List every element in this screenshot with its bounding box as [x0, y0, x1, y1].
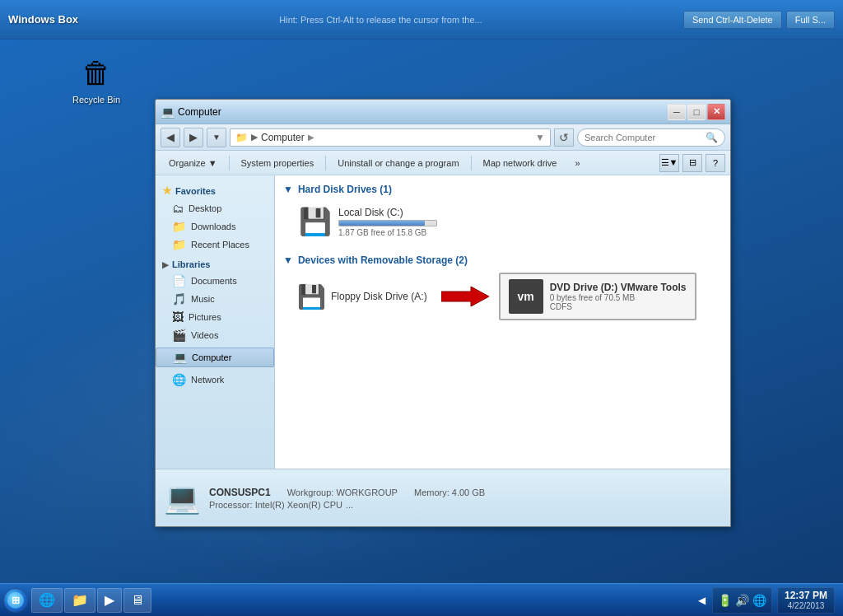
title-bar: 💻 Computer ─ □ ✕ — [156, 100, 730, 124]
hide-tray-button[interactable]: ◀ — [696, 593, 707, 608]
sidebar-item-network[interactable]: 🌐 Network — [156, 371, 274, 389]
documents-icon: 📄 — [172, 274, 186, 287]
sidebar-item-desktop[interactable]: 🗂 Desktop — [156, 199, 274, 217]
hard-disk-section-title: Hard Disk Drives (1) — [298, 184, 392, 195]
status-processor: Processor: Intel(R) Xeon(R) CPU — [209, 500, 342, 510]
dvd-drive-name: DVD Drive (D:) VMware Tools — [550, 282, 687, 293]
toolbar-divider-2 — [325, 156, 326, 170]
map-network-button[interactable]: Map network drive — [475, 156, 566, 170]
organize-label: Organize — [169, 158, 206, 168]
toolbar-divider-1 — [229, 156, 230, 170]
toolbar: Organize ▼ System properties Uninstall o… — [156, 151, 730, 175]
taskbar-item-ie[interactable]: 🌐 — [31, 588, 63, 613]
hard-disk-section-header: ▼ Hard Disk Drives (1) — [283, 184, 722, 195]
removable-arrow-icon: ▼ — [283, 254, 293, 266]
folder-taskbar-icon: 📁 — [72, 592, 88, 608]
sidebar-item-documents[interactable]: 📄 Documents — [156, 272, 274, 290]
sidebar-item-pictures[interactable]: 🖼 Pictures — [156, 308, 274, 326]
status-more: ... — [346, 500, 353, 510]
status-computer-icon: 💻 — [164, 481, 201, 516]
removable-drives-row: 💾 Floppy Disk Drive (A:) vm — [283, 273, 722, 320]
sidebar-item-downloads[interactable]: 📁 Downloads — [156, 217, 274, 236]
top-bar-buttons: Send Ctrl-Alt-Delete Full S... — [683, 11, 835, 29]
recycle-bin-graphic: 🗑 — [77, 54, 116, 93]
sidebar-item-music[interactable]: 🎵 Music — [156, 290, 274, 308]
taskbar-items: 🌐 📁 ▶ 🖥 — [31, 588, 692, 613]
start-button[interactable]: ⊞ — [3, 588, 28, 613]
sidebar-item-music-label: Music — [191, 294, 215, 304]
status-top-row: CONSUSPC1 Workgroup: WORKGROUP Memory: 4… — [209, 487, 485, 498]
content-area: ★ Favorites 🗂 Desktop 📁 Downloads 📁 Rece… — [156, 175, 730, 469]
vmware-logo-text: vm — [518, 290, 534, 303]
floppy-drive-icon: 💾 — [297, 283, 326, 310]
floppy-drive-label: Floppy Disk Drive (A:) — [331, 291, 427, 302]
local-disk-name: Local Disk (C:) — [338, 207, 437, 218]
back-button[interactable]: ◀ — [161, 128, 180, 147]
sidebar-item-computer[interactable]: 💻 Computer — [156, 348, 274, 367]
svg-marker-0 — [441, 287, 489, 306]
sidebar-item-pictures-label: Pictures — [189, 312, 221, 322]
switch-icon: 🖥 — [131, 593, 144, 608]
taskbar: ⊞ 🌐 📁 ▶ 🖥 ◀ 🔋 🔊 🌐 12:37 P — [0, 583, 843, 616]
network-section: 🌐 Network — [156, 371, 274, 389]
view-options-button[interactable]: ☰▼ — [659, 154, 679, 172]
status-bottom-row: Processor: Intel(R) Xeon(R) CPU ... — [209, 500, 485, 510]
sidebar-item-documents-label: Documents — [191, 276, 237, 286]
taskbar-item-folder[interactable]: 📁 — [64, 588, 95, 613]
up-button[interactable]: ▼ — [207, 128, 226, 147]
tray-icon-3: 🌐 — [752, 594, 766, 607]
libraries-label: Libraries — [172, 259, 210, 269]
recent-icon: 📁 — [172, 238, 186, 251]
favorites-header[interactable]: ★ Favorites — [156, 182, 274, 199]
network-icon: 🌐 — [172, 373, 186, 386]
libraries-header[interactable]: ▶ Libraries — [156, 257, 274, 272]
search-input[interactable] — [585, 133, 702, 142]
system-properties-button[interactable]: System properties — [233, 156, 323, 170]
sidebar-item-recent-label: Recent Places — [191, 240, 249, 250]
sidebar-item-recent[interactable]: 📁 Recent Places — [156, 236, 274, 254]
clock-time: 12:37 PM — [785, 590, 827, 601]
local-disk-c-item[interactable]: 💾 Local Disk (C:) 1.87 GB free of 15.8 G… — [291, 202, 445, 241]
local-disk-meta: 1.87 GB free of 15.8 GB — [338, 228, 437, 237]
uninstall-button[interactable]: Uninstall or change a program — [329, 156, 467, 170]
sidebar-item-network-label: Network — [191, 375, 224, 385]
toolbar-right: ☰▼ ⊟ ? — [659, 154, 725, 172]
maximize-button[interactable]: □ — [687, 104, 706, 120]
floppy-drive-item[interactable]: 💾 Floppy Disk Drive (A:) — [291, 279, 433, 315]
libraries-arrow-icon: ▶ — [162, 260, 169, 269]
sidebar-item-computer-label: Computer — [192, 352, 231, 362]
forward-button[interactable]: ▶ — [184, 128, 203, 147]
ie-icon: 🌐 — [39, 592, 55, 608]
refresh-button[interactable]: ↺ — [554, 128, 574, 147]
title-bar-left: 💻 Computer — [161, 105, 221, 119]
sidebar-item-videos[interactable]: 🎬 Videos — [156, 326, 274, 344]
close-button[interactable]: ✕ — [707, 104, 725, 120]
system-tray: 🔋 🔊 🌐 — [712, 587, 772, 614]
local-disk-icon: 💾 — [299, 206, 332, 237]
taskbar-item-switch[interactable]: 🖥 — [123, 588, 151, 613]
more-button[interactable]: » — [566, 156, 588, 170]
taskbar-item-media[interactable]: ▶ — [97, 588, 122, 613]
favorites-section: ★ Favorites 🗂 Desktop 📁 Downloads 📁 Rece… — [156, 182, 274, 254]
favorites-label: Favorites — [175, 186, 216, 196]
system-clock[interactable]: 12:37 PM 4/22/2013 — [777, 587, 835, 614]
toolbar-divider-3 — [471, 156, 472, 170]
minimize-button[interactable]: ─ — [668, 104, 686, 120]
removable-section-title: Devices with Removable Storage (2) — [298, 254, 468, 266]
dvd-drive-item[interactable]: vm DVD Drive (D:) VMware Tools 0 bytes f… — [499, 273, 696, 320]
pane-button[interactable]: ⊟ — [682, 154, 702, 172]
ctrl-alt-del-button[interactable]: Send Ctrl-Alt-Delete — [683, 11, 782, 29]
address-dropdown-arrow[interactable]: ▼ — [535, 132, 545, 143]
computer-nav-icon: 💻 — [173, 351, 187, 364]
organize-button[interactable]: Organize ▼ — [161, 156, 226, 170]
tray-icon-2: 🔊 — [735, 594, 749, 607]
full-screen-button[interactable]: Full S... — [786, 11, 835, 29]
search-box[interactable]: 🔍 — [577, 128, 725, 147]
breadcrumb-dropdown[interactable]: ▶ — [308, 133, 314, 142]
taskbar-right: ◀ 🔋 🔊 🌐 12:37 PM 4/22/2013 — [692, 587, 840, 614]
recycle-bin-icon[interactable]: 🗑 Recycle Bin — [72, 54, 120, 105]
top-bar: Windows Box Hint: Press Ctrl-Alt to rele… — [0, 0, 843, 40]
help-button[interactable]: ? — [706, 154, 725, 172]
videos-icon: 🎬 — [172, 329, 186, 342]
address-path[interactable]: 📁 ▶ Computer ▶ ▼ — [230, 128, 551, 147]
